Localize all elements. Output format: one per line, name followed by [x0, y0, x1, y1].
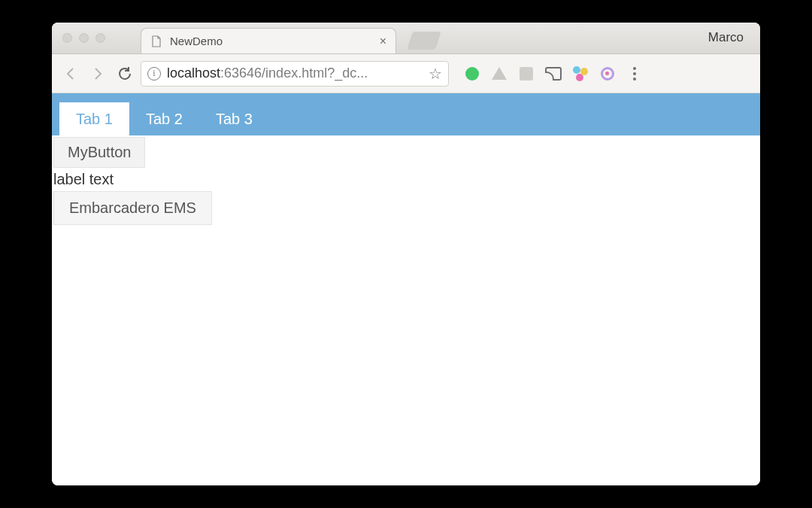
- extension-blob-icon[interactable]: [572, 65, 589, 82]
- url-host: localhost: [167, 65, 220, 81]
- tab-1[interactable]: Tab 1: [59, 102, 129, 135]
- site-info-icon[interactable]: i: [147, 67, 161, 81]
- browser-menu-icon[interactable]: [626, 65, 643, 82]
- extension-green-dot-icon[interactable]: [464, 65, 480, 82]
- browser-tab-inactive[interactable]: [401, 28, 447, 53]
- cast-icon[interactable]: [545, 65, 562, 82]
- tab-2[interactable]: Tab 2: [129, 102, 199, 135]
- extension-drive-icon[interactable]: [491, 65, 508, 82]
- tab-3[interactable]: Tab 3: [199, 102, 269, 135]
- url-port: :63646: [220, 65, 262, 81]
- url-text: localhost:63646/index.html?_dc...: [167, 65, 423, 81]
- maximize-window-icon[interactable]: [95, 33, 105, 43]
- page-content: Tab 1 Tab 2 Tab 3 MyButton label text Em…: [52, 93, 760, 485]
- url-path: /index.html?_dc...: [262, 65, 368, 81]
- titlebar: NewDemo × Marco: [52, 23, 760, 54]
- inactive-tab-shape: [407, 32, 441, 50]
- browser-window: NewDemo × Marco i localhost:63646/index.…: [52, 23, 760, 485]
- my-button[interactable]: MyButton: [53, 137, 145, 168]
- profile-name[interactable]: Marco: [708, 30, 744, 45]
- bookmark-star-icon[interactable]: ☆: [429, 65, 442, 83]
- minimize-window-icon[interactable]: [79, 33, 89, 43]
- address-bar[interactable]: i localhost:63646/index.html?_dc... ☆: [141, 61, 449, 87]
- close-tab-icon[interactable]: ×: [380, 35, 386, 47]
- browser-toolbar: i localhost:63646/index.html?_dc... ☆: [52, 54, 760, 93]
- browser-tab-active[interactable]: NewDemo ×: [141, 28, 396, 53]
- extension-square-icon[interactable]: [518, 65, 535, 82]
- extension-icons: [464, 65, 643, 82]
- traffic-lights: [62, 33, 105, 43]
- reload-button[interactable]: [114, 62, 136, 85]
- tab-panel: MyButton label text Embarcadero EMS: [52, 135, 760, 225]
- browser-tab-strip: NewDemo ×: [141, 23, 447, 53]
- back-button[interactable]: [59, 62, 82, 85]
- extension-donut-icon[interactable]: [599, 65, 616, 82]
- file-icon: [150, 35, 162, 47]
- browser-tab-title: NewDemo: [170, 35, 372, 47]
- close-window-icon[interactable]: [62, 33, 72, 43]
- label-text: label text: [52, 168, 760, 191]
- app-tabbar: Tab 1 Tab 2 Tab 3: [52, 93, 760, 135]
- forward-button[interactable]: [86, 62, 109, 85]
- embarcadero-ems-button[interactable]: Embarcadero EMS: [53, 191, 212, 225]
